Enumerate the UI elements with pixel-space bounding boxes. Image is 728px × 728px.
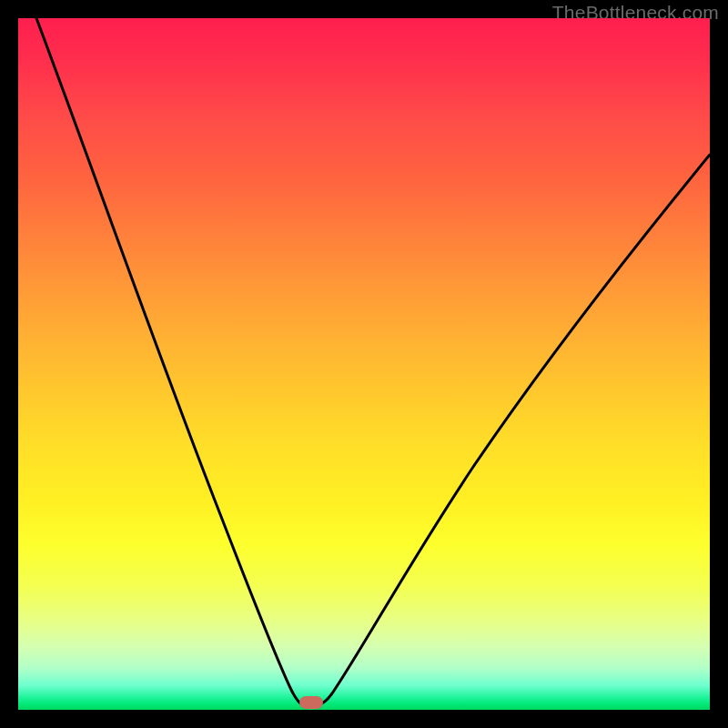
bottleneck-curve-path [36,18,710,704]
curve-svg [18,18,710,710]
optimal-point-marker [299,696,323,709]
plot-frame [18,18,710,710]
